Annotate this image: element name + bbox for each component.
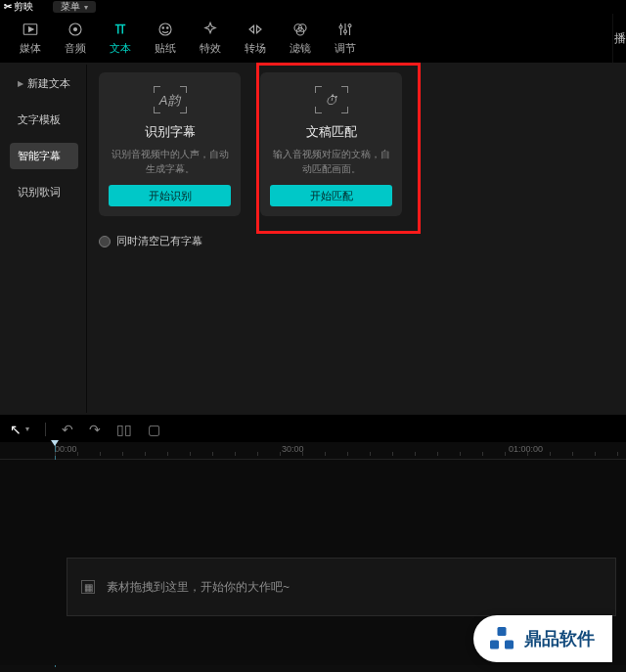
script-match-icon: ⏱ (315, 86, 348, 113)
empty-track[interactable]: ▦ 素材拖拽到这里，开始你的大作吧~ (67, 558, 616, 616)
tab-sticker[interactable]: 贴纸 (143, 14, 188, 63)
svg-point-11 (344, 29, 347, 32)
tab-effect[interactable]: 特效 (188, 14, 233, 63)
svg-rect-15 (505, 641, 514, 650)
pointer-tool-icon[interactable]: ↖ (10, 422, 22, 437)
svg-point-4 (159, 23, 171, 35)
text-sidebar: ▶ 新建文本 文字模板 智能字幕 识别歌词 (2, 65, 86, 413)
svg-point-12 (348, 23, 351, 26)
menu-dropdown[interactable]: 菜单 (53, 1, 96, 13)
tab-adjust[interactable]: 调节 (323, 14, 368, 63)
app-logo-icon: ✂ (4, 2, 12, 12)
tab-filter[interactable]: 滤镜 (278, 14, 323, 63)
redo-icon[interactable]: ↷ (89, 422, 101, 437)
tab-text[interactable]: 文本 (98, 14, 143, 63)
main-area: ▶ 新建文本 文字模板 智能字幕 识别歌词 A韵 识别字幕 识别音视频中的人声，… (0, 63, 626, 415)
card-script-match: ⏱ 文稿匹配 输入音视频对应的文稿，自动匹配画面。 开始匹配 (260, 72, 402, 216)
start-match-button[interactable]: 开始匹配 (270, 185, 392, 206)
watermark-badge: 鼎品软件 (473, 615, 612, 662)
ruler-mark: 01:00:00 (509, 444, 543, 454)
ruler-mark: 30:00 (282, 444, 304, 454)
watermark-text: 鼎品软件 (524, 627, 595, 650)
expand-icon: ▶ (18, 79, 23, 88)
svg-point-6 (167, 26, 169, 28)
sidebar-item-new-text[interactable]: ▶ 新建文本 (10, 70, 78, 97)
sidebar-item-smart-subtitle[interactable]: 智能字幕 (10, 143, 78, 169)
separator (45, 423, 46, 436)
card-recognize-subtitle: A韵 识别字幕 识别音视频中的人声，自动生成字幕。 开始识别 (99, 72, 241, 216)
cards-row: A韵 识别字幕 识别音视频中的人声，自动生成字幕。 开始识别 ⏱ 文稿匹配 输入… (99, 72, 612, 216)
checkbox-label: 同时清空已有字幕 (116, 234, 202, 248)
tab-transition[interactable]: 转场 (233, 14, 278, 63)
titlebar: ✂ 剪映 菜单 (0, 0, 626, 14)
svg-point-10 (339, 25, 342, 28)
start-recognize-button[interactable]: 开始识别 (109, 185, 231, 206)
card-desc: 输入音视频对应的文稿，自动匹配画面。 (270, 147, 392, 185)
sidebar-item-templates[interactable]: 文字模板 (10, 107, 78, 133)
menu-label: 菜单 (61, 0, 80, 14)
tab-audio[interactable]: 音频 (53, 14, 98, 63)
sidebar-item-lyrics[interactable]: 识别歌词 (10, 179, 78, 205)
delete-icon[interactable]: ▢ (148, 422, 160, 437)
timeline-toolbar: ↖ ▾ ↶ ↷ ▯▯ ▢ (0, 415, 626, 442)
card-title: 识别字幕 (145, 123, 196, 141)
app-name: 剪映 (14, 0, 33, 14)
right-panel-toggle[interactable]: 播 (612, 14, 626, 63)
split-icon[interactable]: ▯▯ (116, 422, 132, 437)
card-title: 文稿匹配 (306, 123, 357, 141)
pointer-dropdown-icon[interactable]: ▾ (25, 425, 29, 433)
svg-marker-1 (29, 26, 34, 31)
card-desc: 识别音视频中的人声，自动生成字幕。 (109, 147, 231, 185)
recognize-icon: A韵 (154, 86, 187, 113)
svg-point-5 (162, 26, 164, 28)
radio-icon[interactable] (99, 236, 111, 247)
category-tabs: 媒体 音频 文本 贴纸 特效 转场 滤镜 调节 (0, 14, 626, 63)
add-media-icon[interactable]: ▦ (81, 580, 95, 594)
svg-rect-13 (498, 627, 507, 636)
content-panel: A韵 识别字幕 识别音视频中的人声，自动生成字幕。 开始识别 ⏱ 文稿匹配 输入… (86, 65, 624, 413)
tab-media[interactable]: 媒体 (8, 14, 53, 63)
watermark-logo-icon (487, 624, 516, 653)
track-hint: 素材拖拽到这里，开始你的大作吧~ (107, 579, 290, 596)
undo-icon[interactable]: ↶ (62, 422, 73, 437)
clear-existing-row[interactable]: 同时清空已有字幕 (99, 234, 612, 248)
timeline-ruler[interactable]: 00:00 30:00 01:00:00 (0, 442, 626, 460)
svg-point-3 (74, 27, 77, 30)
svg-rect-14 (490, 641, 499, 650)
